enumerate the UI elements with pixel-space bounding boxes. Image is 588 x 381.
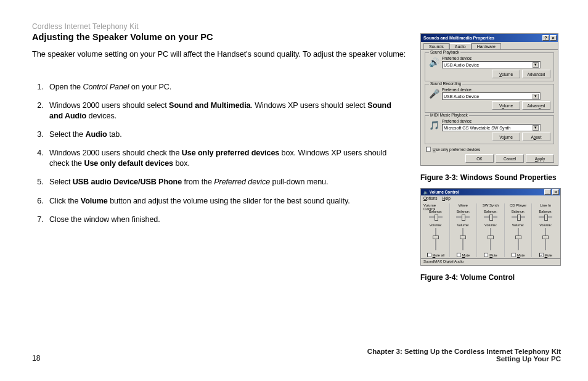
vc-balance-label: Balance: [484,210,497,213]
group-recording-title: Sound Recording [429,81,462,86]
apply-button[interactable]: Apply [526,154,554,163]
playback-pref-label: Preferred device: [442,56,550,60]
vc-balance-slider[interactable] [454,215,472,219]
vc-balance-label: Balance: [512,210,525,213]
dialog-body: Sound Playback 🔊 Preferred device: USB A… [421,49,558,165]
step-6-a: Click the [49,197,81,205]
vc-mute-checkbox-checked[interactable]: ✓ [539,253,544,257]
vc-title: Volume Control [430,190,459,194]
vc-app-icon: 🔈 [423,190,428,194]
cancel-button[interactable]: Cancel [496,154,524,163]
playback-dropdown-value: USB Audio Device [444,63,479,67]
tab-hardware[interactable]: Hardware [472,43,501,49]
vc-statusbar: SoundMAX Digital Audio [421,258,560,264]
dialog-titlebar: Sounds and Multimedia Properties ? × [421,34,558,42]
vc-volume-slider[interactable] [517,228,520,250]
vc-volume-slider[interactable] [434,228,438,250]
vc-balance-slider[interactable] [427,215,444,219]
vc-mute-checkbox[interactable] [512,253,516,257]
menu-help[interactable]: Help [442,196,450,200]
vc-mute-all-checkbox[interactable] [427,253,431,257]
step-5-a: Select [49,178,73,186]
vc-balance-label: Balance: [457,210,470,213]
tab-audio[interactable]: Audio [449,43,472,49]
step-6-bold: Volume [81,197,108,205]
step-3: Select the Audio tab. [46,129,402,139]
close-icon[interactable]: × [552,189,559,195]
volume-control-window: 🔈 Volume Control _ × Options Help Volume… [420,188,561,266]
vc-balance-slider[interactable] [537,215,554,219]
step-4-bold-2: Use only default devices [84,159,173,168]
vc-mute-checkbox[interactable] [457,253,461,257]
vc-volume-slider[interactable] [489,228,492,250]
vc-volume-label: Volume: [457,223,469,227]
vc-balance-slider[interactable] [482,215,499,219]
recording-dropdown[interactable]: USB Audio Device ▾ [442,92,541,100]
vc-mute-label: Mute [545,253,552,257]
chevron-down-icon: ▾ [533,62,539,68]
step-1-italic: Control Panel [83,83,129,91]
vc-mute-label: Mute [517,253,525,257]
steps-column: Open the Control Panel on your PC. Windo… [32,82,402,224]
step-3-a: Select the [49,130,85,139]
tab-sounds[interactable]: Sounds [423,43,449,49]
step-1: Open the Control Panel on your PC. [46,82,402,92]
midi-dropdown[interactable]: Microsoft GS Wavetable SW Synth ▾ [442,124,541,131]
recording-pref-label: Preferred device: [442,88,550,92]
dialog-title: Sounds and Multimedia Properties [423,36,494,40]
step-2-d: devices. [86,112,116,120]
vc-volume-label: Volume: [430,223,442,227]
step-2-bold-1: Sound and Multimedia [169,101,250,110]
figure-3-4-caption: Figure 3-4: Volume Control [420,273,561,282]
vc-name-4: Line In [540,203,551,208]
recording-advanced-button[interactable]: Advanced [522,101,550,110]
tabs-row: Sounds Audio Hardware [421,42,558,49]
vc-col-volume-control: Volume Control Balance: Volume: Mute all [422,203,450,257]
step-1-b: on your PC. [129,83,171,91]
group-playback: Sound Playback 🔊 Preferred device: USB A… [425,52,554,81]
minimize-icon[interactable]: _ [544,189,551,195]
step-4-a: Windows 2000 users should check the [49,149,182,157]
playback-advanced-button[interactable]: Advanced [522,70,550,78]
step-2-c: . Windows XP users should select [250,101,367,110]
vc-volume-label: Volume: [512,223,525,227]
step-4-bold-1: Use only preferred devices [182,149,279,157]
step-5-c: from the [182,178,214,186]
help-icon[interactable]: ? [542,35,549,41]
menu-options[interactable]: Options [423,196,437,200]
page-footer: 18 Chapter 3: Setting Up the Cordless In… [32,348,561,363]
close-icon[interactable]: × [550,35,557,41]
use-only-checkbox[interactable] [426,147,431,152]
playback-dropdown[interactable]: USB Audio Device ▾ [442,61,541,68]
chevron-down-icon: ▾ [533,94,539,99]
vc-volume-slider[interactable] [544,228,547,250]
figures-column: Sounds and Multimedia Properties ? × Sou… [420,33,561,288]
recording-volume-button[interactable]: Volume [492,101,520,110]
sound-properties-dialog: Sounds and Multimedia Properties ? × Sou… [420,33,558,166]
vc-mute-label: Mute [489,253,497,257]
playback-volume-rest: olume [502,72,513,76]
footer-section: Setting Up Your PC [367,355,561,363]
step-3-bold: Audio [85,130,107,139]
vc-volume-slider[interactable] [461,228,465,250]
ok-button[interactable]: OK [465,154,494,163]
vc-balance-label: Balance: [429,210,442,213]
vc-balance-slider[interactable] [510,215,527,219]
vc-col-cd-player: CD Player Balance: Volume: Mute [505,203,533,257]
speaker-icon: 🔊 [428,57,439,68]
midi-volume-button[interactable]: Volume [492,133,520,141]
footer-chapter: Chapter 3: Setting Up the Cordless Inter… [367,348,561,355]
midi-about-button[interactable]: About [522,133,550,141]
step-3-c: tab. [107,130,122,139]
vc-balance-label: Balance: [539,210,552,213]
vc-mute-label: Mute [462,253,470,257]
vc-volume-label: Volume: [484,223,497,227]
group-midi-title: MIDI Music Playback [429,113,469,117]
vc-mute-checkbox[interactable] [484,253,488,257]
use-only-row: Use only preferred devices [426,147,553,152]
figure-3-3-caption: Figure 3-3: Windows Sound Properties [420,173,561,182]
playback-volume-button[interactable]: Volume [492,70,520,78]
step-5: Select USB audio Device/USB Phone from t… [46,177,402,187]
music-icon: 🎵 [428,120,439,131]
step-6: Click the Volume button and adjust the v… [46,196,402,206]
